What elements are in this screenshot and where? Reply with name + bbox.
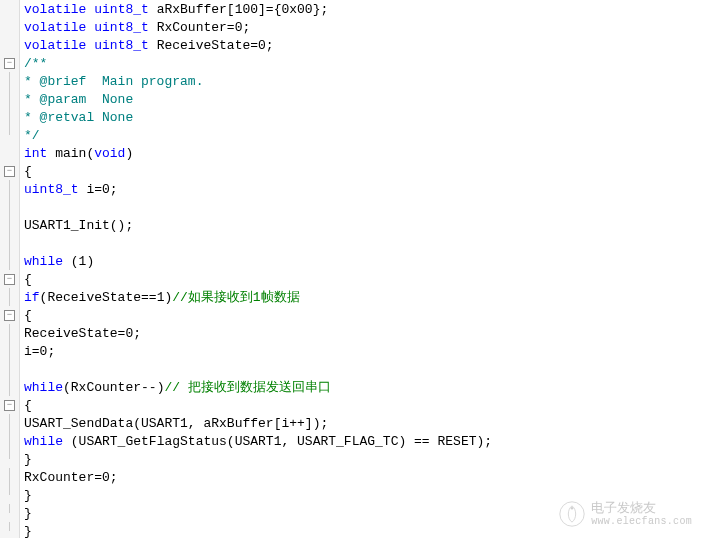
token: */ [24, 128, 40, 143]
token: aRxBuffer[100]={0x00}; [149, 2, 328, 17]
code-line: volatile uint8_t aRxBuffer[100]={0x00}; [24, 0, 702, 18]
token: uint8_t [24, 182, 79, 197]
code-editor: −−−−− volatile uint8_t aRxBuffer[100]={0… [0, 0, 702, 538]
gutter-line [0, 234, 19, 252]
code-line: } [24, 450, 702, 468]
code-line: while (USART_GetFlagStatus(USART1, USART… [24, 432, 702, 450]
fold-line [9, 72, 10, 90]
token [86, 2, 94, 17]
token: } [24, 524, 32, 539]
token: if [24, 290, 40, 305]
code-line: */ [24, 126, 702, 144]
token: volatile [24, 20, 86, 35]
token: RxCounter=0; [24, 470, 118, 485]
gutter-line[interactable]: − [0, 162, 19, 180]
gutter-line [0, 414, 19, 432]
code-area: volatile uint8_t aRxBuffer[100]={0x00}; … [20, 0, 702, 538]
fold-minus-icon[interactable]: − [4, 400, 15, 411]
token [86, 20, 94, 35]
gutter-line [0, 36, 19, 54]
gutter-line[interactable]: − [0, 270, 19, 288]
gutter-line [0, 504, 19, 522]
fold-line [9, 90, 10, 108]
code-line: while (1) [24, 252, 702, 270]
code-line: { [24, 162, 702, 180]
code-line: /** [24, 54, 702, 72]
token: { [24, 398, 32, 413]
fold-end [9, 504, 10, 513]
gutter-line [0, 360, 19, 378]
token: { [24, 308, 32, 323]
gutter-line [0, 108, 19, 126]
code-line: { [24, 306, 702, 324]
gutter-line [0, 144, 19, 162]
gutter-line[interactable]: − [0, 306, 19, 324]
gutter-line[interactable]: − [0, 396, 19, 414]
gutter-line[interactable]: − [0, 54, 19, 72]
token: volatile [24, 38, 86, 53]
fold-minus-icon[interactable]: − [4, 58, 15, 69]
token: // 把接收到数据发送回串口 [164, 378, 330, 396]
fold-line [9, 216, 10, 234]
fold-line [9, 432, 10, 450]
token: { [24, 272, 32, 287]
token: uint8_t [94, 38, 149, 53]
token: //如果接收到1帧数据 [172, 288, 299, 306]
gutter-line [0, 522, 19, 538]
code-line: int main(void) [24, 144, 702, 162]
code-line: USART_SendData(USART1, aRxBuffer[i++]); [24, 414, 702, 432]
token: int [24, 146, 47, 161]
code-line: } [24, 522, 702, 538]
code-line: if(ReceiveState==1)//如果接收到1帧数据 [24, 288, 702, 306]
token: main( [47, 146, 94, 161]
fold-end [9, 450, 10, 459]
token: ReceiveState=0; [149, 38, 274, 53]
code-line: USART1_Init(); [24, 216, 702, 234]
code-line: uint8_t i=0; [24, 180, 702, 198]
code-line: i=0; [24, 342, 702, 360]
code-line: RxCounter=0; [24, 468, 702, 486]
fold-line [9, 324, 10, 342]
code-line [24, 198, 702, 216]
code-line: volatile uint8_t RxCounter=0; [24, 18, 702, 36]
fold-minus-icon[interactable]: − [4, 310, 15, 321]
gutter-line [0, 342, 19, 360]
token: ReceiveState=0; [24, 326, 141, 341]
token: (ReceiveState==1) [40, 290, 173, 305]
token: * @retval None [24, 110, 133, 125]
token: volatile [24, 2, 86, 17]
token: uint8_t [94, 2, 149, 17]
fold-end [9, 522, 10, 531]
gutter-line [0, 18, 19, 36]
token: /** [24, 56, 47, 71]
gutter-line [0, 378, 19, 396]
token [86, 38, 94, 53]
gutter-line [0, 0, 19, 18]
code-line [24, 234, 702, 252]
token: } [24, 452, 32, 467]
fold-line [9, 378, 10, 396]
fold-line [9, 234, 10, 252]
fold-minus-icon[interactable]: − [4, 166, 15, 177]
gutter-line [0, 468, 19, 486]
token: i=0; [24, 344, 55, 359]
fold-end [9, 486, 10, 495]
fold-line [9, 198, 10, 216]
fold-line [9, 360, 10, 378]
token: i=0; [79, 182, 118, 197]
gutter-line [0, 72, 19, 90]
token: (RxCounter--) [63, 380, 164, 395]
token: (1) [63, 254, 94, 269]
token: uint8_t [94, 20, 149, 35]
code-line: ReceiveState=0; [24, 324, 702, 342]
gutter-line [0, 180, 19, 198]
fold-line [9, 288, 10, 306]
fold-line [9, 108, 10, 126]
code-line [24, 360, 702, 378]
fold-minus-icon[interactable]: − [4, 274, 15, 285]
gutter-line [0, 324, 19, 342]
token: USART_SendData(USART1, aRxBuffer[i++]); [24, 416, 328, 431]
fold-end [9, 126, 10, 135]
token: (USART_GetFlagStatus(USART1, USART_FLAG_… [63, 434, 492, 449]
gutter-line [0, 216, 19, 234]
